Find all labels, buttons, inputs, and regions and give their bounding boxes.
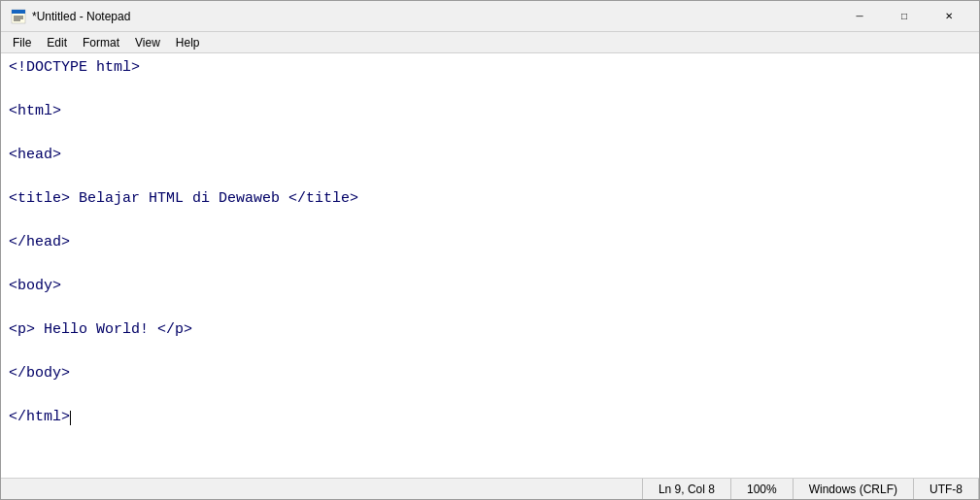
menu-view[interactable]: View	[127, 32, 168, 52]
editor-line: <html>	[9, 101, 971, 123]
editor-line: <p> Hello World! </p>	[9, 319, 971, 342]
title-bar: *Untitled - Notepad ─ □ ✕	[1, 1, 979, 32]
editor-line: <head>	[9, 145, 971, 167]
editor-scroll[interactable]: <!DOCTYPE html> <html> <head> <title> Be…	[1, 53, 979, 478]
text-cursor	[70, 411, 71, 425]
status-encoding: UTF-8	[914, 479, 979, 499]
title-bar-left: *Untitled - Notepad	[11, 9, 130, 24]
window-controls: ─ □ ✕	[837, 1, 971, 32]
menu-bar: File Edit Format View Help	[1, 32, 979, 53]
minimize-button[interactable]: ─	[837, 1, 882, 32]
editor-line: <!DOCTYPE html>	[9, 57, 971, 80]
status-line-ending: Windows (CRLF)	[794, 479, 914, 499]
maximize-button[interactable]: □	[882, 1, 927, 32]
notepad-window: *Untitled - Notepad ─ □ ✕ File Edit Form…	[0, 0, 980, 500]
svg-rect-1	[12, 10, 25, 14]
editor-content[interactable]: <!DOCTYPE html> <html> <head> <title> Be…	[1, 53, 979, 478]
editor-line: <body>	[9, 276, 971, 298]
menu-edit[interactable]: Edit	[39, 32, 75, 52]
editor-line: </html>	[9, 407, 971, 429]
menu-format[interactable]: Format	[75, 32, 127, 52]
editor-line: </head>	[9, 232, 971, 254]
status-zoom: 100%	[731, 479, 794, 499]
status-position: Ln 9, Col 8	[642, 479, 731, 499]
editor-area[interactable]: <!DOCTYPE html> <html> <head> <title> Be…	[1, 53, 979, 478]
menu-file[interactable]: File	[5, 32, 39, 52]
editor-line: <title> Belajar HTML di Dewaweb </title>	[9, 188, 971, 211]
window-title: *Untitled - Notepad	[32, 10, 130, 23]
close-button[interactable]: ✕	[927, 1, 971, 32]
status-bar: Ln 9, Col 8 100% Windows (CRLF) UTF-8	[1, 478, 979, 499]
menu-help[interactable]: Help	[168, 32, 208, 52]
editor-line: </body>	[9, 363, 971, 385]
app-icon	[11, 9, 26, 24]
